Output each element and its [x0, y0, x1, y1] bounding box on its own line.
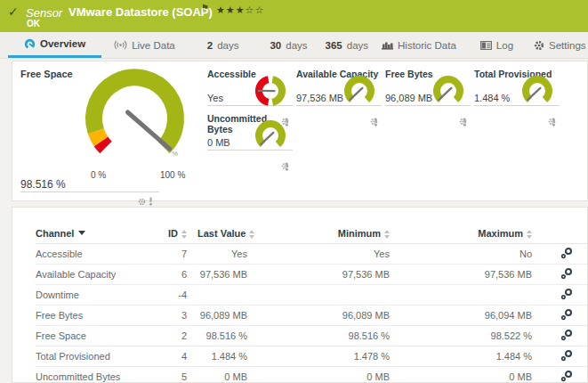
cell-maximum — [390, 285, 532, 306]
tab-label: days — [217, 40, 238, 51]
gauge-max-label: 100 % — [160, 170, 185, 180]
table-row[interactable]: Free Space298.516 %98.516 %98.522 % — [36, 326, 587, 346]
table-row[interactable]: Available Capacity697,536 MB97,536 MB97,… — [36, 265, 587, 285]
sort-icon — [527, 230, 532, 239]
cell-last-value: 0 MB — [187, 367, 247, 383]
channel-settings-icon[interactable] — [560, 353, 573, 363]
sort-icon — [384, 230, 390, 239]
cell-last-value: 96,089 MB — [187, 306, 247, 326]
tab-overview[interactable]: Overview — [8, 32, 101, 58]
sensor-title: VMware Datastore (SOAP) — [68, 5, 213, 19]
gauge-tile-accessible: AccessibleYes — [207, 69, 293, 106]
status-badge: OK — [27, 19, 40, 29]
historic-data-icon — [382, 40, 393, 50]
channel-settings-icon[interactable] — [560, 271, 573, 281]
tab-label: days — [286, 40, 307, 51]
cell-minimum — [247, 285, 390, 306]
channel-settings-icon[interactable] — [560, 332, 573, 343]
table-row[interactable]: Free Bytes396,089 MB96,089 MB96,094 MB — [36, 306, 587, 326]
cell-id: 6 — [160, 265, 187, 285]
tile-value: 96,089 MB — [385, 93, 432, 103]
column-header-maximum[interactable]: Maximum — [390, 224, 532, 244]
tab-label: 365 — [326, 40, 342, 51]
table-row[interactable]: Total Provisioned41.484 %1.478 %1.484 % — [36, 346, 587, 367]
sensor-overview-page: ✓ Sensor VMware Datastore (SOAP) ⚑ ★★★☆☆… — [0, 0, 588, 383]
cell-channel[interactable]: Downtime — [36, 285, 160, 306]
sensor-category-label: Sensor — [26, 6, 62, 20]
live-data-icon — [114, 40, 127, 50]
cell-channel[interactable]: Available Capacity — [36, 265, 160, 285]
channel-settings-icon[interactable] — [560, 250, 573, 261]
small-gauge — [339, 73, 380, 110]
cell-last-value: 97,536 MB — [187, 265, 247, 285]
cell-channel[interactable]: Accessible — [36, 244, 160, 265]
channel-table: ChannelIDLast ValueMinimumMaximum Access… — [36, 224, 587, 383]
tile-title: Free Bytes — [385, 69, 433, 79]
tab-label: 30 — [270, 40, 281, 51]
tab-bar: OverviewLive Data2days30days365daysHisto… — [0, 32, 588, 59]
tab-label: 2 — [207, 40, 213, 51]
free-space-gauge: % — [75, 61, 195, 177]
cell-id: 5 — [160, 367, 187, 383]
primary-gauge-value: 98.516 % — [20, 178, 66, 191]
sort-desc-icon — [78, 231, 85, 235]
channel-settings-icon[interactable] — [560, 373, 573, 383]
tab-label: Log — [496, 40, 513, 51]
log-icon — [480, 41, 492, 50]
channel-settings-icon[interactable] — [560, 291, 573, 302]
cell-maximum: 96,094 MB — [390, 306, 532, 326]
tab-2-days[interactable]: 2days — [207, 32, 239, 58]
channel-table-panel: ChannelIDLast ValueMinimumMaximum Access… — [12, 207, 588, 383]
tab-label: Settings — [549, 40, 586, 51]
cell-channel[interactable]: Free Bytes — [36, 306, 160, 326]
table-row[interactable]: Downtime-4 — [36, 285, 587, 306]
tab-historic-data[interactable]: Historic Data — [382, 32, 456, 58]
tile-value: 0 MB — [207, 137, 230, 148]
tile-title: Accessible — [207, 69, 256, 79]
tile-value: Yes — [207, 93, 223, 103]
gauge-tile-uncommitted-bytes: Uncommitted Bytes0 MB — [207, 113, 293, 151]
cell-minimum: 97,536 MB — [247, 265, 390, 285]
gauge-tile-free-bytes: Free Bytes96,089 MB — [385, 69, 471, 106]
tab-live-data[interactable]: Live Data — [114, 32, 175, 58]
priority-flag-icon[interactable]: ⚑ — [201, 3, 209, 12]
column-header-last-value[interactable]: Last Value — [187, 224, 247, 244]
cell-last-value: 98.516 % — [187, 326, 247, 346]
column-header-minimum[interactable]: Minimum — [247, 224, 390, 244]
cell-channel[interactable]: Free Space — [36, 326, 160, 346]
tab-label: days — [347, 40, 368, 51]
table-row[interactable]: Uncommitted Bytes50 MB0 MB0 MB — [36, 367, 587, 383]
gauge-min-label: 0 % — [91, 170, 106, 180]
cell-channel[interactable]: Total Provisioned — [36, 346, 160, 367]
settings-icon — [534, 40, 544, 51]
cell-id: 7 — [160, 244, 187, 265]
channel-settings-icon[interactable] — [560, 312, 573, 322]
small-gauge — [517, 73, 558, 110]
cell-last-value — [187, 285, 247, 306]
cell-id: 2 — [160, 326, 187, 346]
cell-last-value: 1.484 % — [187, 346, 247, 367]
cell-maximum: 0 MB — [390, 367, 532, 383]
ok-check-icon: ✓ — [8, 4, 19, 19]
cell-minimum: 0 MB — [247, 367, 390, 383]
tab-365-days[interactable]: 365days — [326, 32, 368, 58]
cell-minimum: Yes — [247, 244, 390, 265]
table-row[interactable]: Accessible7YesYesNo — [36, 244, 587, 265]
column-header-id[interactable]: ID — [160, 224, 187, 244]
cell-last-value: Yes — [187, 244, 247, 265]
priority-rating[interactable]: ★★★☆☆ — [216, 4, 264, 16]
tab-log[interactable]: Log — [480, 32, 513, 58]
cell-maximum: 97,536 MB — [390, 265, 532, 285]
tab-settings[interactable]: Settings — [534, 32, 586, 58]
column-header-channel[interactable]: Channel — [36, 224, 160, 244]
small-gauge — [250, 73, 291, 110]
small-gauge — [250, 118, 291, 155]
cell-id: -4 — [160, 285, 187, 306]
gauge-tile-total-provisioned: Total Provisioned1.484 % — [474, 69, 560, 106]
divider — [20, 192, 159, 192]
cell-channel[interactable]: Uncommitted Bytes — [36, 367, 160, 383]
tab-30-days[interactable]: 30days — [270, 32, 307, 58]
tab-label: Overview — [40, 38, 85, 49]
sort-icon — [181, 230, 187, 239]
svg-text:%: % — [172, 150, 178, 158]
